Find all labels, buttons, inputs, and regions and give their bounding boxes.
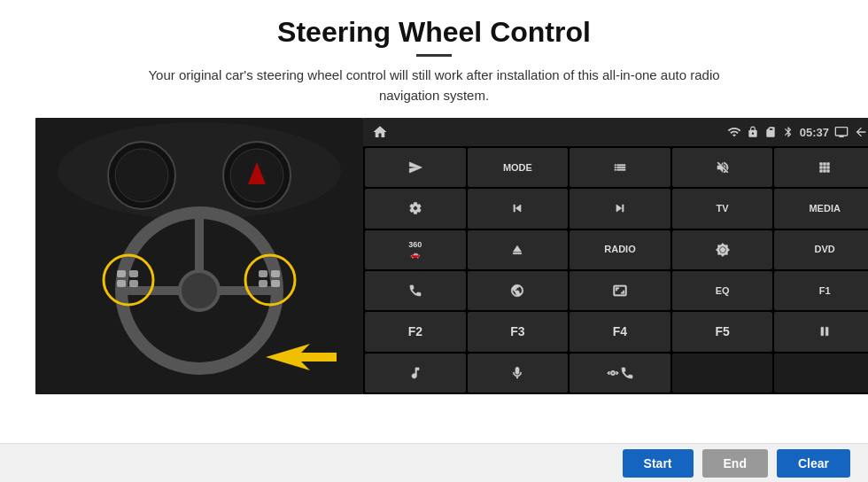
btn-nav-arrow[interactable] <box>365 148 466 187</box>
btn-radio[interactable]: RADIO <box>570 230 670 269</box>
hu-status-left <box>372 124 388 140</box>
lock-icon <box>747 126 759 138</box>
hu-button-grid: MODE TV <box>363 146 868 394</box>
music-icon <box>408 366 422 380</box>
btn-mode[interactable]: MODE <box>468 148 569 187</box>
globe-icon <box>510 284 524 298</box>
btn-mute[interactable] <box>672 148 773 187</box>
btn-360cam[interactable]: 360🚗 <box>365 230 466 269</box>
brightness-icon <box>716 243 730 257</box>
btn-brightness[interactable] <box>672 230 773 269</box>
btn-f1[interactable]: F1 <box>774 271 868 310</box>
btn-dvd[interactable]: DVD <box>774 230 868 269</box>
title-divider <box>416 54 452 57</box>
btn-tv[interactable]: TV <box>672 189 773 228</box>
home-icon <box>372 124 388 140</box>
btn-aspect[interactable] <box>570 271 670 310</box>
nav-arrow-icon <box>408 160 422 175</box>
play-pause-icon <box>818 324 832 338</box>
car-image <box>35 118 363 394</box>
btn-f2[interactable]: F2 <box>365 312 466 351</box>
start-button[interactable]: Start <box>623 449 694 478</box>
btn-empty1 <box>672 354 773 393</box>
btn-apps[interactable] <box>774 148 868 187</box>
back-icon <box>854 125 868 139</box>
svg-rect-20 <box>271 280 280 287</box>
btn-f3[interactable]: F3 <box>468 312 569 351</box>
svg-rect-13 <box>117 270 126 277</box>
btn-f5[interactable]: F5 <box>672 312 773 351</box>
steering-wheel-bg <box>35 118 363 394</box>
skip-prev-icon <box>510 201 524 215</box>
apps-icon <box>818 160 832 175</box>
mic-icon <box>510 366 524 380</box>
list-icon <box>613 160 627 175</box>
skip-next-icon <box>613 201 627 215</box>
eject-icon <box>510 243 524 257</box>
btn-next[interactable] <box>570 189 670 228</box>
btn-music[interactable] <box>365 354 466 393</box>
btn-mic[interactable] <box>468 354 569 393</box>
btn-playpause[interactable] <box>774 312 868 351</box>
dashboard-svg <box>35 118 363 394</box>
btn-empty2 <box>774 354 868 393</box>
btn-eq[interactable]: EQ <box>672 271 773 310</box>
svg-point-3 <box>115 149 168 202</box>
btn-vol-phone[interactable] <box>570 354 670 393</box>
vol-phone-icon <box>606 366 620 380</box>
btn-settings[interactable] <box>365 189 466 228</box>
svg-point-7 <box>180 271 219 310</box>
hu-status-right: 05:37 <box>727 125 868 139</box>
btn-globe[interactable] <box>468 271 569 310</box>
screen-icon <box>834 125 849 139</box>
btn-media[interactable]: MEDIA <box>774 189 868 228</box>
page-container: Steering Wheel Control Your original car… <box>0 0 868 482</box>
page-title: Steering Wheel Control <box>277 16 591 49</box>
bluetooth-icon <box>782 126 794 138</box>
wifi-icon <box>727 125 741 139</box>
bottom-bar: Start End Clear <box>0 443 868 482</box>
svg-rect-14 <box>117 280 126 287</box>
btn-eject[interactable] <box>468 230 569 269</box>
page-subtitle: Your original car's steering wheel contr… <box>124 66 744 105</box>
time-display: 05:37 <box>800 126 829 139</box>
sd-icon <box>764 126 777 138</box>
svg-rect-18 <box>259 280 267 287</box>
end-button[interactable]: End <box>702 449 768 478</box>
svg-rect-15 <box>129 270 138 277</box>
svg-rect-19 <box>271 270 280 277</box>
btn-prev[interactable] <box>468 189 569 228</box>
hu-topbar: 05:37 <box>363 118 868 146</box>
content-row: 05:37 MODE <box>35 118 833 394</box>
svg-rect-16 <box>129 280 138 287</box>
phone-icon <box>408 284 422 298</box>
phone-small-icon <box>620 366 634 380</box>
head-unit: 05:37 MODE <box>363 118 868 394</box>
settings-icon <box>408 201 422 215</box>
svg-rect-17 <box>259 270 267 277</box>
btn-phone[interactable] <box>365 271 466 310</box>
aspect-icon <box>613 284 627 298</box>
btn-list[interactable] <box>570 148 670 187</box>
btn-f4[interactable]: F4 <box>570 312 670 351</box>
clear-button[interactable]: Clear <box>777 449 850 478</box>
svg-point-1 <box>58 122 341 220</box>
mute-icon <box>716 160 730 175</box>
